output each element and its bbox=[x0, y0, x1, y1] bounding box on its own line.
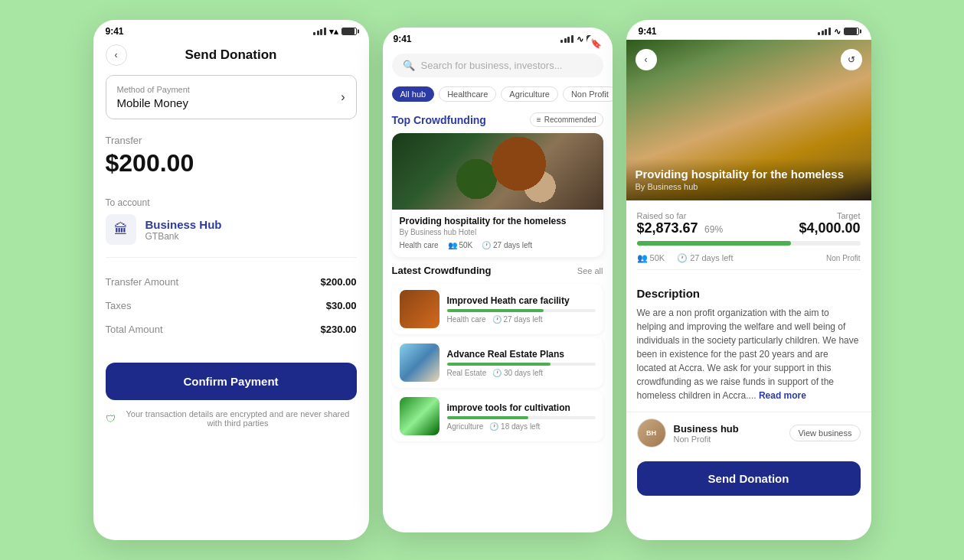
list-item[interactable]: improve tools for cultivation Agricultur… bbox=[392, 391, 603, 441]
featured-card[interactable]: 🔖 Providing hospitality for the homeless… bbox=[392, 133, 603, 257]
right-progress-fill bbox=[637, 241, 791, 246]
transfer-label: Transfer bbox=[106, 135, 357, 146]
battery-icon bbox=[341, 28, 357, 35]
middle-phone: 9:41 ∿ 🔍 Search for business, investors.… bbox=[383, 28, 613, 532]
people-count: 👥 50K bbox=[448, 241, 473, 249]
wifi-icon: ▾▴ bbox=[329, 27, 338, 37]
days-stat: 🕐 27 days left bbox=[677, 253, 733, 263]
taxes-label: Taxes bbox=[106, 300, 132, 311]
search-placeholder: Search for business, investors... bbox=[421, 60, 563, 71]
battery-icon-right bbox=[844, 28, 859, 35]
transfer-amount-row: Transfer Amount $200.00 bbox=[106, 270, 357, 294]
account-name: Business Hub bbox=[145, 218, 222, 231]
total-label: Total Amount bbox=[106, 324, 163, 335]
description-section: Description We are a non profit organiza… bbox=[626, 278, 871, 412]
people-stat: 👥 50K bbox=[637, 253, 665, 263]
target-label: Target bbox=[799, 211, 860, 220]
list-days-3: 🕐 18 days left bbox=[489, 422, 540, 431]
business-logo: BH bbox=[637, 418, 666, 448]
progress-fill-3 bbox=[447, 416, 529, 419]
transfer-section: Transfer $200.00 bbox=[93, 119, 369, 185]
back-button[interactable]: ‹ bbox=[106, 44, 127, 66]
filter-lines-icon: ≡ bbox=[537, 116, 541, 124]
page-header: ‹ Send Donation bbox=[93, 40, 369, 75]
method-value: Mobile Money bbox=[117, 96, 190, 109]
list-item[interactable]: Improved Heath care facility Health care… bbox=[392, 284, 603, 334]
list-item-meta-2: Real Estate 🕐 30 days left bbox=[447, 369, 596, 377]
progress-bar-3 bbox=[447, 416, 596, 419]
list-tag-2: Real Estate bbox=[447, 369, 487, 377]
read-more-link[interactable]: Read more bbox=[759, 390, 806, 401]
wifi-icon-right: ∿ bbox=[834, 27, 841, 37]
recommended-label: Recommended bbox=[544, 116, 596, 124]
status-bar-right: 9:41 ∿ bbox=[626, 20, 871, 40]
latest-title: Latest Crowdfunding bbox=[392, 265, 492, 276]
raised-amount: $2,873.67 bbox=[637, 220, 698, 236]
wifi-icon-mid: ∿ bbox=[577, 34, 583, 44]
progress-bar-1 bbox=[447, 309, 596, 312]
to-account-section: To account 🏛 Business Hub GTBank bbox=[93, 185, 369, 257]
view-business-button[interactable]: View business bbox=[789, 425, 860, 441]
search-bar[interactable]: 🔍 Search for business, investors... bbox=[392, 54, 603, 77]
total-value: $230.00 bbox=[321, 324, 357, 335]
security-note: 🛡 Your transaction details are encrypted… bbox=[93, 406, 369, 440]
featured-title: Providing hospitality for the homeless bbox=[400, 216, 596, 226]
list-item-title-3: improve tools for cultivation bbox=[447, 402, 596, 413]
status-bar-left: 9:41 ▾▴ bbox=[93, 20, 369, 40]
filter-agriculture[interactable]: Agriculture bbox=[501, 86, 558, 102]
hero-back-button[interactable]: ‹ bbox=[636, 49, 657, 70]
hero-image: ‹ ↺ Providing hospitality for the homele… bbox=[626, 40, 871, 200]
recommended-button[interactable]: ≡ Recommended bbox=[530, 112, 603, 127]
list-item-image-2 bbox=[400, 343, 440, 382]
filter-all-hub[interactable]: All hub bbox=[392, 86, 435, 102]
filter-non-profit[interactable]: Non Profit bbox=[563, 86, 613, 102]
account-bank: GTBank bbox=[145, 231, 222, 242]
chevron-right-icon: › bbox=[341, 90, 345, 104]
see-all-button[interactable]: See all bbox=[577, 266, 603, 275]
list-days-2: 🕐 30 days left bbox=[492, 369, 543, 377]
description-title: Description bbox=[637, 287, 861, 300]
list-days-1: 🕐 27 days left bbox=[492, 315, 543, 324]
filter-healthcare[interactable]: Healthcare bbox=[439, 86, 496, 102]
hero-overlay: Providing hospitality for the homeless B… bbox=[626, 158, 871, 200]
target-amount: $4,000.00 bbox=[799, 220, 860, 236]
method-label: Method of Payment bbox=[117, 85, 190, 94]
list-item-meta-3: Agriculture 🕐 18 days left bbox=[447, 422, 596, 431]
stats-row: 👥 50K 🕐 27 days left Non Profit bbox=[637, 253, 861, 270]
status-time-right: 9:41 bbox=[639, 26, 657, 37]
list-item-image-1 bbox=[400, 290, 440, 328]
taxes-value: $30.00 bbox=[326, 300, 357, 311]
confirm-payment-button[interactable]: Confirm Payment bbox=[106, 363, 357, 400]
business-row: BH Business hub Non Profit View business bbox=[626, 412, 871, 455]
days-left: 🕐 27 days left bbox=[482, 241, 532, 249]
list-item-title-1: Improved Heath care facility bbox=[447, 295, 596, 306]
shield-icon: 🛡 bbox=[106, 413, 116, 425]
security-text: Your transaction details are encrypted a… bbox=[119, 409, 357, 428]
raised-section: Raised so far $2,873.67 69% Target $4,00… bbox=[626, 200, 871, 278]
signal-icon-mid bbox=[560, 35, 573, 43]
filter-tags: All hub Healthcare Agriculture Non Profi… bbox=[383, 83, 613, 108]
signal-icon bbox=[313, 28, 326, 35]
progress-bar-2 bbox=[447, 363, 596, 366]
page-title: Send Donation bbox=[185, 47, 277, 63]
latest-header: Latest Crowdfunding See all bbox=[383, 257, 613, 281]
hero-title: Providing hospitality for the homeless bbox=[636, 168, 862, 181]
payment-method-selector[interactable]: Method of Payment Mobile Money › bbox=[106, 75, 357, 119]
list-item[interactable]: Advance Real Estate Plans Real Estate 🕐 … bbox=[392, 337, 603, 388]
list-tag-1: Health care bbox=[447, 315, 486, 324]
business-name: Business hub bbox=[674, 423, 739, 435]
send-donation-button[interactable]: Send Donation bbox=[637, 461, 861, 496]
tag-badge: Health care bbox=[400, 241, 439, 249]
section-title: Top Crowdfunding bbox=[392, 114, 486, 126]
transfer-amount-value: $200.00 bbox=[321, 276, 357, 288]
status-icons-right: ∿ bbox=[818, 27, 859, 37]
search-icon: 🔍 bbox=[403, 60, 415, 71]
top-crowdfunding-header: Top Crowdfunding ≡ Recommended bbox=[383, 108, 613, 133]
bank-icon: 🏛 bbox=[106, 214, 136, 245]
business-type: Non Profit bbox=[674, 435, 739, 444]
description-text: We are a non profit organization with th… bbox=[637, 306, 861, 402]
raised-label: Raised so far bbox=[637, 211, 724, 220]
account-row: 🏛 Business Hub GTBank bbox=[106, 214, 357, 245]
taxes-row: Taxes $30.00 bbox=[106, 294, 357, 317]
hero-share-button[interactable]: ↺ bbox=[841, 49, 862, 70]
